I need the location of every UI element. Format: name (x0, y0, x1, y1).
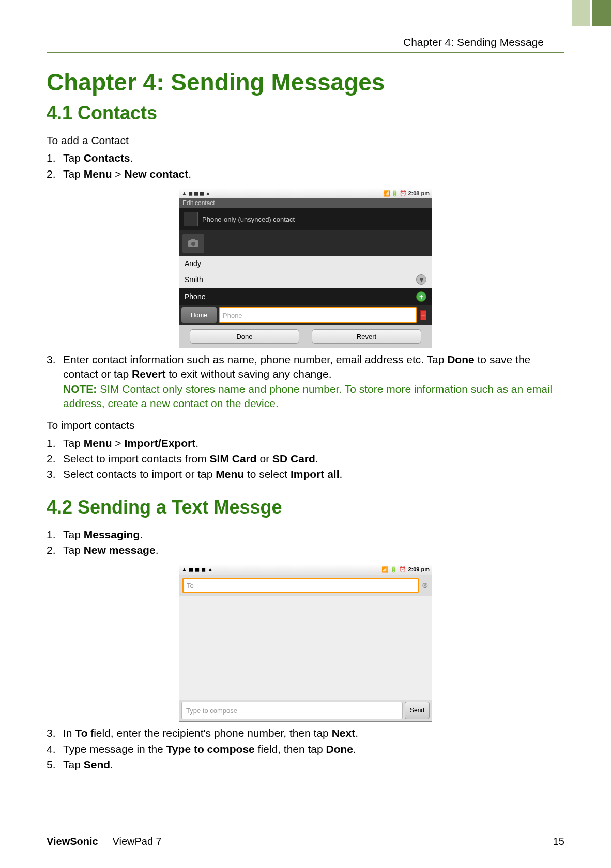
running-header: Chapter 4: Sending Message (47, 36, 564, 49)
signal-icon: 📶 (383, 190, 390, 197)
send-text-steps-cont: 3. In To field, enter the recipient's ph… (47, 726, 564, 772)
contact-type-row: Phone-only (unsynced) contact (179, 208, 432, 230)
chapter-title: Chapter 4: Sending Messages (47, 68, 564, 96)
header-rule (47, 52, 564, 53)
note-text: NOTE: SIM Contact only stores name and p… (63, 382, 564, 411)
compose-row: Type to compose Send (179, 700, 432, 721)
msg-step-4: 4. Type message in the Type to compose f… (63, 742, 564, 756)
last-name-input[interactable]: Smith ▾ (179, 271, 432, 288)
done-button[interactable]: Done (190, 329, 299, 344)
notification-icon-3: ◼ (201, 566, 206, 572)
phone-number-input[interactable]: Phone (219, 307, 417, 323)
notification-icon-3: ◼ (200, 190, 204, 197)
status-bar: ▲ ◼ ◼ ◼ ▲ 📶 🔋 ⏰ 2:08 pm (179, 188, 432, 198)
import-contacts-intro: To import contacts (47, 418, 564, 432)
screenshot-edit-contact: ▲ ◼ ◼ ◼ ▲ 📶 🔋 ⏰ 2:08 pm Edit contact Pho… (47, 188, 564, 348)
notification-icon-2: ◼ (195, 566, 200, 572)
add-contact-intro: To add a Contact (47, 133, 564, 148)
note-label: NOTE: (63, 383, 97, 395)
msg-step-2: 2. Tap New message. (63, 543, 564, 557)
status-time: 2:08 pm (408, 190, 430, 197)
battery-icon: 🔋 (391, 190, 399, 197)
warning-icon: ▲ (181, 566, 187, 572)
import-step-1: 1. Tap Menu > Import/Export. (63, 436, 564, 451)
add-contact-steps: 1. Tap Contacts. 2. Tap Menu > New conta… (47, 151, 564, 181)
expand-icon[interactable]: ▾ (416, 274, 426, 285)
photo-row (179, 230, 432, 256)
section-4-1-title: 4.1 Contacts (47, 102, 564, 124)
warning-icon: ▲ (181, 190, 187, 197)
send-button[interactable]: Send (405, 702, 430, 719)
page-number: 15 (553, 835, 564, 847)
import-steps: 1. Tap Menu > Import/Export. 2. Select t… (47, 436, 564, 482)
revert-button[interactable]: Revert (312, 329, 421, 344)
msg-step-5: 5. Tap Send. (63, 757, 564, 772)
to-row: To ⊗ (179, 575, 432, 596)
send-text-steps: 1. Tap Messaging. 2. Tap New message. (47, 528, 564, 558)
battery-icon: 🔋 (390, 566, 398, 572)
message-body-area (179, 596, 432, 700)
phone-edit-row: Home Phone − (179, 305, 432, 325)
clear-to-icon[interactable]: ⊗ (422, 581, 429, 590)
page-tab-marks (572, 0, 611, 26)
page-footer: ViewSonic ViewPad 7 15 (47, 835, 564, 847)
screenshot-new-message: ▲ ◼ ◼ ◼ ▲ 📶 🔋 ⏰ 2:09 pm To ⊗ Typ (47, 564, 564, 722)
photo-icon[interactable] (182, 234, 204, 253)
footer-brand: ViewSonic (47, 835, 98, 847)
step-3: 3. Enter contact information such as nam… (63, 352, 564, 411)
tab-mark-dark (592, 0, 611, 26)
warning-icon-2: ▲ (205, 190, 211, 197)
phone-type-button[interactable]: Home (181, 307, 217, 323)
signal-icon: 📶 (381, 566, 389, 572)
edit-contact-titlebar: Edit contact (179, 198, 432, 208)
contact-thumb-icon (184, 212, 198, 226)
step-1: 1. Tap Contacts. (63, 151, 564, 165)
add-contact-steps-cont: 3. Enter contact information such as nam… (47, 352, 564, 411)
first-name-input[interactable]: Andy (179, 256, 432, 271)
msg-step-3: 3. In To field, enter the recipient's ph… (63, 726, 564, 740)
import-step-2: 2. Select to import contacts from SIM Ca… (63, 452, 564, 466)
phone-section-header: Phone + (179, 288, 432, 305)
svg-rect-2 (191, 239, 195, 241)
step-2: 2. Tap Menu > New contact. (63, 167, 564, 181)
unsynced-label: Phone-only (unsynced) contact (202, 215, 295, 223)
remove-phone-button[interactable]: − (417, 307, 430, 323)
compose-input[interactable]: Type to compose (181, 702, 403, 719)
notification-icon-2: ◼ (194, 190, 198, 197)
alarm-icon: ⏰ (400, 190, 407, 197)
add-phone-icon[interactable]: + (416, 291, 426, 302)
svg-point-1 (191, 242, 195, 246)
edit-contact-buttons: Done Revert (179, 325, 432, 348)
section-4-2-title: 4.2 Sending a Text Messge (47, 497, 564, 518)
warning-icon-2: ▲ (207, 566, 213, 572)
to-input[interactable]: To (182, 578, 419, 593)
alarm-icon: ⏰ (399, 566, 406, 572)
msg-step-1: 1. Tap Messaging. (63, 528, 564, 542)
status-time-2: 2:09 pm (408, 566, 430, 572)
notification-icon: ◼ (189, 566, 193, 572)
tab-mark-light (572, 0, 590, 26)
import-step-3: 3. Select contacts to import or tap Menu… (63, 467, 564, 482)
footer-product: ViewPad 7 (112, 835, 161, 847)
status-bar-2: ▲ ◼ ◼ ◼ ▲ 📶 🔋 ⏰ 2:09 pm (179, 564, 432, 575)
notification-icon: ◼ (188, 190, 193, 197)
